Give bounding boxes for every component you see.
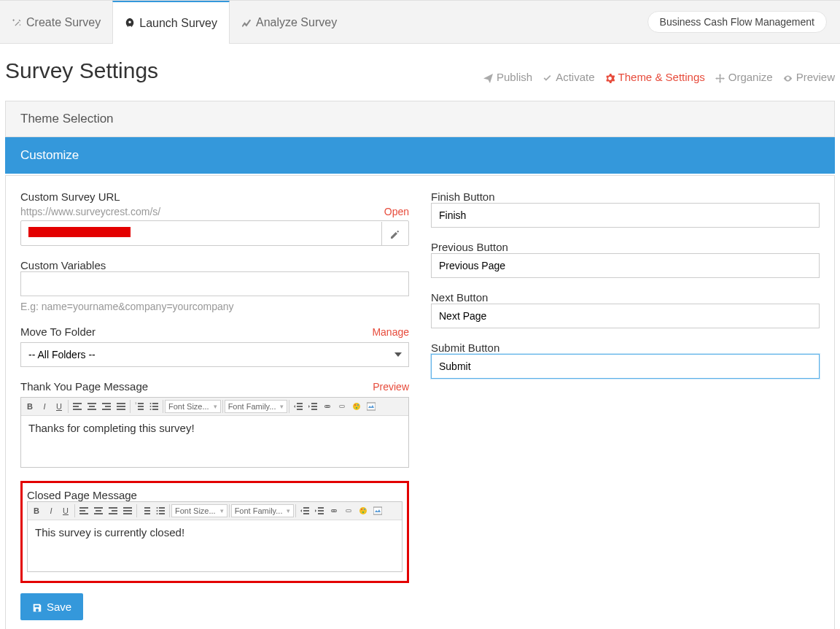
submit-label: Submit Button — [431, 341, 820, 354]
align-justify-button[interactable] — [114, 399, 128, 414]
tab-analyze-survey[interactable]: Analyze Survey — [230, 1, 349, 43]
color-button[interactable] — [356, 503, 370, 518]
editor-toolbar: B I U — [28, 502, 402, 520]
custom-url-label: Custom Survey URL — [20, 190, 409, 203]
action-label: Preview — [796, 71, 835, 83]
outdent-button[interactable] — [291, 399, 306, 414]
svg-rect-16 — [373, 507, 382, 514]
ordered-list-button[interactable] — [139, 503, 153, 518]
underline-button[interactable]: U — [52, 399, 66, 414]
tab-create-survey[interactable]: Create Survey — [0, 1, 112, 43]
move-icon — [715, 71, 725, 83]
tab-label: Analyze Survey — [256, 16, 337, 29]
custom-vars-label: Custom Variables — [20, 259, 409, 271]
panel-theme-selection[interactable]: Theme Selection — [5, 101, 835, 137]
font-size-select[interactable]: Font Size... — [171, 504, 228, 517]
open-url-link[interactable]: Open — [384, 206, 409, 217]
separator — [295, 504, 296, 517]
move-folder-label: Move To Folder — [20, 325, 96, 338]
closed-page-textarea[interactable]: This survey is currently closed! — [28, 520, 402, 571]
ordered-list-button[interactable]: 1 — [132, 399, 147, 414]
panel-customize[interactable]: Customize — [5, 137, 835, 174]
action-organize[interactable]: Organize — [715, 71, 773, 83]
svg-point-6 — [357, 404, 359, 406]
right-column: Finish Button Previous Button Next Butto… — [431, 190, 820, 620]
page-title: Survey Settings — [5, 58, 158, 83]
svg-point-4 — [353, 403, 360, 410]
save-icon — [32, 601, 42, 613]
indent-button[interactable] — [312, 503, 327, 518]
finish-input[interactable] — [431, 203, 820, 228]
underline-button[interactable]: U — [58, 503, 73, 518]
align-center-button[interactable] — [85, 399, 99, 414]
tab-label: Launch Survey — [139, 17, 217, 30]
link-button[interactable] — [320, 399, 335, 414]
font-family-select[interactable]: Font Family... — [231, 504, 295, 517]
action-label: Activate — [556, 71, 594, 83]
unlink-button[interactable] — [335, 399, 349, 414]
separator — [68, 400, 69, 413]
unordered-list-button[interactable] — [147, 399, 161, 414]
custom-vars-hint: E.g: name=yourname&company=yourcompany — [20, 301, 409, 312]
separator — [289, 400, 289, 413]
image-button[interactable] — [370, 503, 385, 518]
chart-icon — [241, 16, 252, 29]
separator — [229, 504, 230, 517]
align-center-button[interactable] — [91, 503, 106, 518]
thank-you-textarea[interactable]: Thanks for completing this survey! — [21, 416, 408, 467]
image-button[interactable] — [364, 399, 378, 414]
bold-button[interactable]: B — [29, 503, 44, 518]
svg-point-12 — [359, 507, 367, 514]
unlink-button[interactable] — [341, 503, 356, 518]
action-label: Publish — [497, 71, 532, 83]
thank-you-label: Thank You Page Message — [20, 380, 148, 393]
svg-point-13 — [361, 509, 362, 510]
edit-url-button[interactable] — [381, 222, 408, 245]
action-activate[interactable]: Activate — [542, 71, 594, 83]
page-actions: Publish Activate Theme & Settings Organi… — [483, 71, 835, 83]
indent-button[interactable] — [306, 399, 320, 414]
action-preview[interactable]: Preview — [783, 71, 835, 83]
top-tab-bar: Create Survey Launch Survey Analyze Surv… — [0, 0, 840, 44]
align-right-button[interactable] — [99, 399, 114, 414]
svg-point-2 — [150, 406, 152, 407]
manage-folders-link[interactable]: Manage — [372, 326, 409, 338]
font-size-select[interactable]: Font Size... — [165, 400, 221, 413]
align-left-button[interactable] — [77, 503, 91, 518]
align-right-button[interactable] — [106, 503, 120, 518]
finish-label: Finish Button — [431, 190, 820, 203]
preview-thankyou-link[interactable]: Preview — [373, 381, 409, 393]
custom-url-value[interactable] — [21, 221, 381, 245]
previous-input[interactable] — [431, 253, 820, 278]
action-theme-settings[interactable]: Theme & Settings — [605, 71, 705, 83]
move-folder-select[interactable]: -- All Folders -- — [20, 342, 409, 367]
align-left-button[interactable] — [70, 399, 85, 414]
unordered-list-button[interactable] — [153, 503, 168, 518]
svg-point-11 — [157, 513, 158, 514]
bold-button[interactable]: B — [23, 399, 37, 414]
align-justify-button[interactable] — [120, 503, 135, 518]
survey-name-pill[interactable]: Business Cash Flow Management — [648, 11, 827, 33]
outdent-button[interactable] — [298, 503, 312, 518]
svg-rect-8 — [367, 403, 376, 410]
next-input[interactable] — [431, 304, 820, 328]
action-publish[interactable]: Publish — [483, 71, 532, 83]
submit-input[interactable] — [431, 354, 820, 379]
custom-vars-input[interactable] — [20, 271, 409, 296]
separator — [130, 400, 131, 413]
link-button[interactable] — [327, 503, 341, 518]
svg-point-15 — [362, 512, 364, 513]
color-button[interactable] — [349, 399, 364, 414]
save-button[interactable]: Save — [20, 593, 83, 620]
tab-launch-survey[interactable]: Launch Survey — [112, 1, 230, 44]
font-family-select[interactable]: Font Family... — [225, 400, 288, 413]
italic-button[interactable]: I — [44, 503, 58, 518]
save-label: Save — [47, 601, 71, 613]
action-label: Theme & Settings — [618, 71, 705, 83]
italic-button[interactable]: I — [37, 399, 52, 414]
topnav: Create Survey Launch Survey Analyze Surv… — [0, 1, 349, 43]
left-column: Custom Survey URL https://www.surveycres… — [20, 190, 409, 620]
previous-label: Previous Button — [431, 241, 820, 253]
svg-point-5 — [354, 404, 356, 406]
svg-point-9 — [157, 507, 158, 509]
